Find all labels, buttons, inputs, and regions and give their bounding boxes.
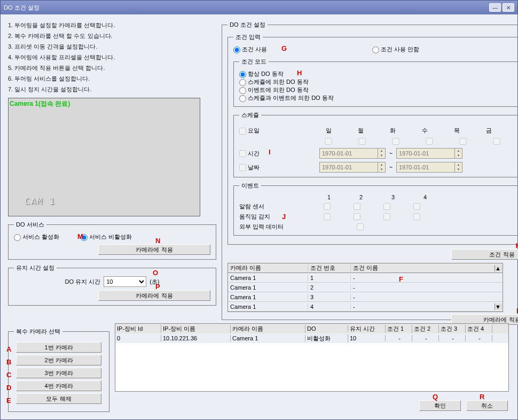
camera-1-button[interactable]: 1번 카메라 (16, 342, 101, 353)
instr-4: 4. 투어링에 사용할 프리셀을 선택합니다. (8, 52, 216, 63)
time-from-spinner[interactable]: ▲▼ (378, 148, 386, 159)
date-from-spinner[interactable]: ▲▼ (378, 162, 386, 173)
close-button[interactable]: ✕ (503, 3, 514, 12)
cond-hd-num: 조건 번호 (308, 264, 351, 272)
instr-7: 7. 일시 정지 시간을 설정합니다. (8, 84, 216, 95)
cancel-button[interactable]: 취소 (466, 400, 508, 411)
hold-time-legend: 유지 시간 설정 (14, 264, 57, 272)
day-wed-checkbox[interactable] (420, 138, 438, 145)
motion-1-checkbox[interactable] (324, 213, 331, 220)
alarm-2-checkbox[interactable] (354, 203, 360, 210)
condition-input-legend: 조건 입력 (233, 33, 263, 41)
mark-C: C (6, 371, 11, 379)
cond-table-scroll-up[interactable]: ▲ (495, 265, 503, 271)
day-headers: 일 월 화 수 목 금 토 (319, 127, 518, 135)
day-thu-checkbox[interactable] (454, 138, 472, 145)
bt-hd-name: IP-장비 이름 (161, 325, 231, 333)
mark-N: N (155, 237, 160, 245)
device-row[interactable]: 0 10.10.221.36 Camera 1 비활성화 10 - - - - (115, 333, 508, 343)
do-condition-legend: DO 조건 설정 (227, 21, 268, 29)
cond-table-scroll-down[interactable]: ▼ (495, 304, 503, 310)
app-window: DO 조건 설정 — ✕ 1. 투어링을 설정할 카메라를 선택합니다. 2. … (0, 0, 518, 420)
event-legend: 이벤트 (239, 182, 261, 190)
date-to-spinner[interactable]: ▲▼ (455, 162, 462, 173)
do-condition-fieldset: DO 조건 설정 조건 입력 조건 사용 G 조건 사용 안함 조건 모드 항상… (222, 21, 518, 320)
device-table: IP-장비 Id IP-장비 이름 카메라 이름 DO 유지 시간 조건 1 조… (115, 323, 509, 392)
mode-event-radio[interactable]: 이벤트에 의한 DO 동작 (239, 87, 309, 93)
bt-hd-cam: 카메라 이름 (231, 325, 305, 333)
cond-use-radio[interactable]: 조건 사용 (233, 45, 372, 53)
date-from-input[interactable]: 1970-01-01 (319, 162, 378, 173)
day-mon-checkbox[interactable] (353, 138, 371, 145)
time-to-spinner[interactable]: ▲▼ (455, 148, 462, 159)
ext-input-checkbox[interactable] (357, 223, 364, 230)
service-deactivate-radio[interactable]: 서비스 비활성화 (81, 233, 132, 241)
hold-time-apply-button[interactable]: 카메라에 적용 (98, 290, 210, 301)
service-activate-radio[interactable]: 서비스 활성화 (14, 233, 59, 241)
cond-hd-name: 조건 이름 (351, 264, 495, 272)
preview-overlay-text: Camera 1(접속 완료) (10, 99, 70, 108)
camera-preview: Camera 1(접속 완료) CAM 1 (8, 98, 200, 216)
apply-condition-button[interactable]: 조건 적용 (451, 249, 518, 260)
date-to-input[interactable]: 1970-01-01 (396, 162, 455, 173)
camera-4-button[interactable]: 4번 카메라 (16, 380, 101, 391)
mark-O: O (153, 269, 158, 277)
minimize-button[interactable]: — (489, 3, 501, 12)
titlebar: DO 조건 설정 — ✕ (1, 1, 517, 14)
schedule-legend: 스케쥴 (239, 111, 261, 119)
day-sun-checkbox[interactable] (319, 138, 338, 145)
mark-R: R (480, 393, 484, 401)
mode-both-radio[interactable]: 스케쥴과 이벤트에 의한 DO 동작 (239, 95, 334, 101)
condition-mode-fieldset: 조건 모드 항상 DO 동작 H 스케쥴에 의한 DO 동작 이벤트에 의한 D… (233, 58, 518, 107)
window-title: DO 조건 설정 (4, 4, 488, 12)
do-service-apply-button[interactable]: 카메라에 적용 (98, 244, 210, 255)
instr-5: 5. 카메라에 적용 버튼을 선택 합니다. (8, 63, 216, 73)
alarm-1-checkbox[interactable] (324, 203, 331, 210)
mark-M: M (77, 232, 83, 240)
bt-hd-c3: 조건 3 (439, 325, 466, 333)
bt-hd-hold: 유지 시간 (348, 325, 386, 333)
hold-time-fieldset: 유지 시간 설정 O DO 유지 시간 10 (초) P 카메라에 적용 (8, 264, 216, 306)
mark-G: G (281, 44, 287, 52)
cond-row[interactable]: Camera 14-▼ (228, 302, 503, 312)
bt-hd-c4: 조건 4 (466, 325, 492, 333)
day-fri-checkbox[interactable] (488, 138, 506, 145)
event-fieldset: 이벤트 1 2 3 4 알람 센서 (233, 182, 518, 236)
motion-4-checkbox[interactable] (413, 213, 420, 220)
time-to-input[interactable]: 1970-01-01 (396, 148, 455, 159)
day-tue-checkbox[interactable] (387, 138, 405, 145)
ok-button[interactable]: 확인 (419, 400, 461, 411)
day-checkbox[interactable]: 요일 (239, 127, 260, 134)
cond-row[interactable]: Camera 13- (228, 292, 503, 302)
condition-table: F 카메라 이름 조건 번호 조건 이름 ▲ Camera 11- Camera… (227, 263, 503, 312)
cond-nouse-radio[interactable]: 조건 사용 안함 (372, 45, 419, 53)
camera-2-button[interactable]: 2번 카메라 (16, 355, 101, 365)
mode-always-radio[interactable]: 항상 DO 동작 (239, 71, 284, 77)
condition-mode-legend: 조건 모드 (239, 58, 269, 66)
alarm-4-checkbox[interactable] (413, 203, 420, 210)
camera-3-button[interactable]: 3번 카메라 (16, 368, 101, 378)
mode-schedule-radio[interactable]: 스케쥴에 의한 DO 동작 (239, 79, 309, 85)
cond-hd-camera: 카메라 이름 (228, 264, 308, 272)
ext-input-label: 외부 입력 데이터 (239, 223, 319, 231)
mark-B: B (6, 358, 11, 366)
instr-6: 6. 투어링 서비스를 설정합니다. (8, 73, 216, 84)
schedule-fieldset: 스케쥴 요일 일 월 화 수 목 금 토 (233, 111, 518, 177)
camera-clear-button[interactable]: 모두 해제 (16, 393, 101, 404)
bt-hd-c2: 조건 2 (412, 325, 439, 333)
bt-hd-do: DO (305, 325, 348, 332)
motion-2-checkbox[interactable] (354, 213, 360, 220)
mark-D: D (6, 384, 11, 392)
mark-F: F (399, 275, 403, 283)
cond-row[interactable]: Camera 11- (228, 273, 503, 283)
time-from-input[interactable]: 1970-01-01 (319, 148, 378, 159)
hold-time-select[interactable]: 10 (104, 276, 146, 287)
time-checkbox[interactable]: 시간 (239, 150, 260, 157)
cond-row[interactable]: Camera 12- (228, 283, 503, 292)
instructions: 1. 투어링을 설정할 카메라를 선택합니다. 2. 복수 카메라를 선택 할 … (8, 20, 216, 95)
mark-A: A (6, 345, 11, 353)
bt-hd-c1: 조건 1 (386, 325, 412, 333)
motion-3-checkbox[interactable] (383, 213, 390, 220)
alarm-3-checkbox[interactable] (383, 203, 390, 210)
date-checkbox[interactable]: 날짜 (239, 164, 260, 170)
